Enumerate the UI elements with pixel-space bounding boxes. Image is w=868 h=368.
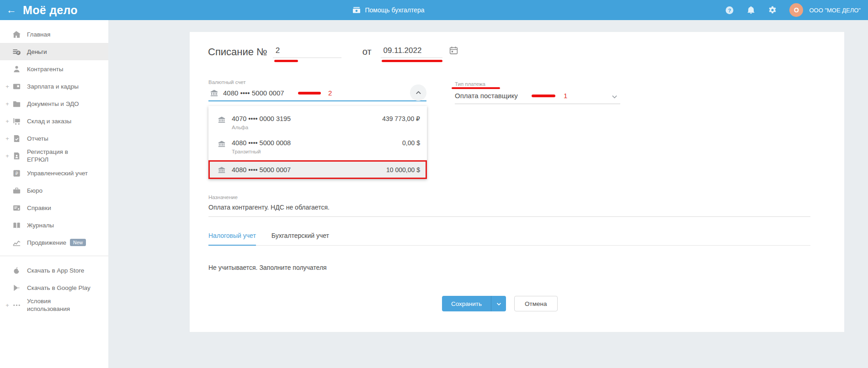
document-date-wrap xyxy=(381,46,442,58)
sidebar-item-label: Справки xyxy=(27,204,51,212)
accounting-tabs: Налоговый учет Бухгалтерский учет xyxy=(208,232,810,246)
expand-plus: + xyxy=(4,83,11,90)
sidebar-item-label: Управленческий учет xyxy=(27,169,88,177)
registration-icon xyxy=(12,152,21,160)
sidebar-item-label: Главная xyxy=(27,31,50,38)
save-button[interactable]: Сохранить xyxy=(442,296,506,311)
top-header: ← Моё дело Помощь бухгалтера ? xyxy=(0,0,868,20)
sidebar-item-label: Условия использования xyxy=(27,297,91,313)
sidebar-item-zarplata[interactable]: + Зарплата и кадры xyxy=(0,78,108,95)
svg-text:₽: ₽ xyxy=(17,51,19,55)
cash-icon xyxy=(352,5,361,15)
bank-icon xyxy=(217,166,226,174)
dropdown-account-number: 4080 •••• 5000 0007 xyxy=(232,166,291,173)
help-icon[interactable]: ? xyxy=(725,5,734,15)
sidebar-item-prodvizhenie[interactable]: Продвижение New xyxy=(0,234,108,251)
sidebar-item-glavnaya[interactable]: Главная xyxy=(0,26,108,43)
dropdown-account-number: 4070 •••• 0000 3195 xyxy=(232,115,291,122)
form-actions: Сохранить Отмена xyxy=(442,296,558,311)
sidebar-item-dengi[interactable]: ₽ Деньги xyxy=(0,43,108,60)
accountant-help-link[interactable]: Помощь бухгалтера xyxy=(352,0,425,20)
save-options-chevron-icon[interactable] xyxy=(491,296,506,311)
sidebar: Главная ₽ Деньги Контрагенты + Зарплата … xyxy=(0,20,108,368)
sidebar-item-otchety[interactable]: + Отчеты xyxy=(0,130,108,147)
svg-text:₽: ₽ xyxy=(15,171,18,176)
sidebar-item-sklad[interactable]: + Склад и заказы xyxy=(0,112,108,130)
bank-icon xyxy=(217,140,226,148)
gear-icon[interactable] xyxy=(768,5,777,15)
collapse-dropdown-button[interactable] xyxy=(410,84,426,101)
accountant-help-label: Помощь бухгалтера xyxy=(365,6,425,14)
header-right-group: ? O ООО "МОЕ ДЕЛО" xyxy=(725,3,868,17)
writeoff-form-card: Списание № от Валютный счет xyxy=(190,32,844,332)
money-icon: ₽ xyxy=(12,47,21,56)
purpose-field: Назначение Оплата контрагенту. НДС не об… xyxy=(208,195,810,217)
bell-icon[interactable] xyxy=(746,5,756,15)
annotation-line-account xyxy=(298,92,321,95)
sidebar-item-upravlencheskiy[interactable]: ₽ Управленческий учет xyxy=(0,164,108,182)
new-badge: New xyxy=(70,239,86,246)
tab-tax-accounting[interactable]: Налоговый учет xyxy=(208,232,256,246)
sidebar-item-spravki[interactable]: Справки xyxy=(0,199,108,216)
sidebar-item-dokumenty[interactable]: + Документы и ЭДО xyxy=(0,95,108,112)
dropdown-item-0[interactable]: 4070 •••• 0000 3195 Альфа 439 773,00 ₽ xyxy=(208,110,427,135)
cancel-button[interactable]: Отмена xyxy=(514,296,557,311)
sidebar-item-byuro[interactable]: Бюро xyxy=(0,182,108,199)
home-icon xyxy=(12,30,21,39)
sidebar-item-google-play[interactable]: Скачать в Google Play xyxy=(0,279,108,296)
expand-plus: + xyxy=(4,302,11,309)
avatar[interactable]: O xyxy=(789,3,803,17)
company-name[interactable]: ООО "МОЕ ДЕЛО" xyxy=(809,7,861,14)
title-row: Списание № от xyxy=(208,46,458,58)
dropdown-bank-name: Транзитный xyxy=(232,149,291,154)
warehouse-icon xyxy=(12,117,21,126)
document-date-input[interactable] xyxy=(381,46,442,58)
dropdown-item-2-selected[interactable]: 4080 •••• 5000 0007 10 000,00 $ xyxy=(208,160,427,179)
expand-plus: + xyxy=(4,118,11,125)
person-icon xyxy=(12,65,21,74)
sidebar-item-label: Документы и ЭДО xyxy=(27,100,79,108)
dropdown-item-1[interactable]: 4080 •••• 5000 0008 Транзитный 0,00 $ xyxy=(208,135,427,159)
chevron-down-icon[interactable] xyxy=(612,93,618,101)
sidebar-item-label: Бюро xyxy=(27,187,43,195)
document-number-wrap xyxy=(273,46,341,58)
sidebar-item-label: Регистрация в ЕГРЮЛ xyxy=(27,148,91,163)
sidebar-item-label: Контрагенты xyxy=(27,65,64,73)
sidebar-item-usloviya[interactable]: + Условия использования xyxy=(0,296,108,314)
dots-icon xyxy=(12,301,21,310)
tab-book-accounting[interactable]: Бухгалтерский учет xyxy=(272,232,329,245)
sidebar-item-label: Отчеты xyxy=(27,135,48,142)
sidebar-item-zhurnaly[interactable]: Журналы xyxy=(0,216,108,234)
expand-plus: + xyxy=(4,152,11,159)
google-play-icon xyxy=(12,284,21,292)
sidebar-item-kontragenty[interactable]: Контрагенты xyxy=(0,60,108,78)
apple-icon xyxy=(12,266,21,275)
payment-type-select[interactable]: Оплата поставщику 1 xyxy=(455,88,620,104)
status-text: Не учитывается. Заполните получателя xyxy=(208,264,327,271)
back-arrow-icon[interactable]: ← xyxy=(0,0,23,20)
payment-type-label: Тип платежа xyxy=(455,81,485,87)
salary-icon xyxy=(12,82,21,91)
annotation-underline-date xyxy=(382,60,442,62)
payment-type-field: Тип платежа Оплата поставщику 1 xyxy=(455,79,620,104)
calendar-icon[interactable] xyxy=(449,46,458,58)
dropdown-amount: 10 000,00 $ xyxy=(386,166,420,173)
bank-icon xyxy=(209,89,218,97)
save-button-label: Сохранить xyxy=(442,296,491,311)
document-number-input[interactable] xyxy=(273,46,341,58)
currency-account-select[interactable]: 4080 •••• 5000 0007 2 xyxy=(208,85,426,101)
sidebar-item-label: Склад и заказы xyxy=(27,117,71,125)
sidebar-item-registraciya[interactable]: + Регистрация в ЕГРЮЛ xyxy=(0,147,108,164)
dropdown-amount: 439 773,00 ₽ xyxy=(382,115,420,122)
svg-text:?: ? xyxy=(728,7,731,13)
sidebar-divider xyxy=(0,256,108,256)
report-icon xyxy=(12,134,21,143)
bank-icon xyxy=(217,116,226,124)
purpose-value[interactable]: Оплата контрагенту. НДС не облагается. xyxy=(208,204,810,217)
sidebar-item-label: Скачать в Google Play xyxy=(27,284,91,292)
app-logo[interactable]: Моё дело xyxy=(23,4,78,17)
dropdown-bank-name: Альфа xyxy=(232,125,291,130)
annotation-underline-number xyxy=(274,60,298,62)
folder-icon xyxy=(12,100,21,108)
sidebar-item-app-store[interactable]: Скачать в App Store xyxy=(0,262,108,279)
